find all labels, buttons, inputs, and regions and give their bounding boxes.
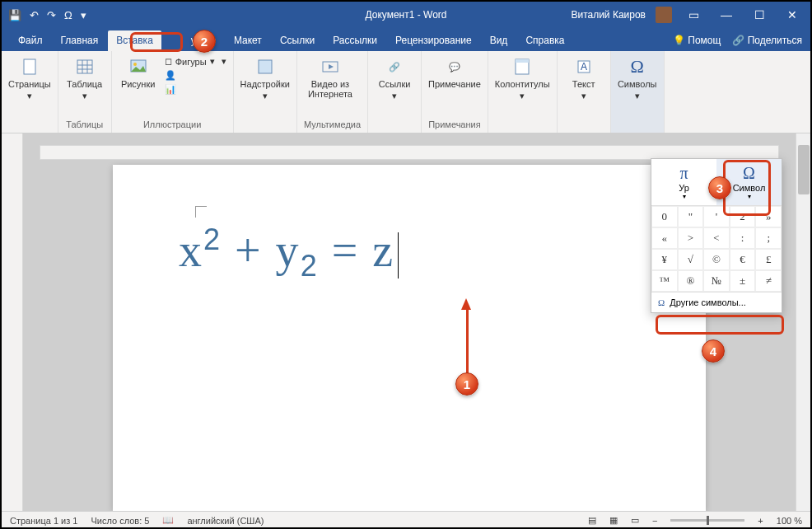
symbol-cell[interactable]: : (730, 227, 756, 249)
tab-view[interactable]: Вид (482, 30, 516, 51)
addin-icon (254, 56, 277, 77)
redo-icon[interactable]: ↷ (47, 9, 56, 21)
tab-layout[interactable]: Макет (226, 30, 270, 51)
close-icon[interactable]: ✕ (781, 8, 804, 21)
symbols-button[interactable]: Ω Символы▾ (618, 54, 657, 101)
symbol-cell[interactable]: © (703, 249, 730, 270)
symbol-cell[interactable]: 2 (730, 206, 756, 227)
symbol-cell[interactable]: № (703, 270, 730, 292)
symbol-cell[interactable]: ≠ (755, 270, 782, 292)
svg-rect-8 (259, 60, 272, 73)
tell-me[interactable]: 💡 Помощ (673, 35, 721, 46)
omega-icon: Ω (626, 56, 649, 77)
textbox-icon: A (572, 56, 595, 77)
symbol-cell[interactable]: ; (755, 227, 782, 249)
svg-text:A: A (581, 61, 587, 73)
minimize-icon[interactable]: — (715, 8, 738, 21)
symbol-cell[interactable]: ' (703, 206, 730, 227)
symbol-grid: 0'''2»«><:;¥√©€£™®№±≠ (651, 206, 782, 292)
table-button[interactable]: Таблица▾ (65, 54, 105, 101)
svg-point-7 (133, 63, 137, 66)
link-icon: 🔗 (383, 56, 406, 77)
addins-button[interactable]: Надстройки▾ (240, 54, 290, 101)
zoom-slider[interactable] (670, 519, 744, 522)
ribbon: Страницы▾ Страницы Таблица▾ Таблицы Рису… (2, 51, 810, 133)
vertical-scrollbar[interactable] (796, 133, 810, 511)
symbol-cell[interactable]: « (651, 227, 678, 249)
svg-rect-0 (24, 59, 35, 74)
symbol-cell[interactable]: ± (730, 270, 756, 292)
pages-button[interactable]: Страницы▾ (8, 54, 51, 101)
headers-button[interactable]: Колонтитулы▾ (495, 54, 550, 101)
tab-links[interactable]: Ссылки (272, 30, 323, 51)
tab-home[interactable]: Главная (53, 30, 107, 51)
tab-file[interactable]: Файл (10, 30, 51, 51)
tab-insert[interactable]: Вставка (108, 30, 161, 51)
tab-help[interactable]: Справка (517, 30, 572, 51)
group-media-label: Мультимедиа (304, 118, 361, 131)
margin-marker (195, 206, 207, 218)
document-page[interactable]: x2 + y2 = z (113, 165, 706, 511)
omega-icon[interactable]: Ω (64, 9, 72, 21)
avatar[interactable] (656, 7, 672, 23)
text-cursor (398, 232, 399, 279)
ribbon-options-icon[interactable]: ▭ (682, 8, 705, 21)
scroll-thumb[interactable] (798, 145, 810, 194)
annotation-arrow (466, 308, 469, 374)
equation-text[interactable]: x2 + y2 = z (179, 222, 640, 283)
symbol-cell[interactable]: € (730, 249, 756, 270)
user-name[interactable]: Виталий Каиров (571, 9, 646, 21)
symbol-cell[interactable]: £ (755, 249, 782, 270)
video-button[interactable]: Видео из Интернета (304, 54, 357, 99)
vertical-ruler[interactable] (2, 133, 23, 511)
tab-mail[interactable]: Рассылки (324, 30, 385, 51)
web-layout-icon[interactable]: ▭ (631, 515, 639, 526)
more-symbols-button[interactable]: Ω Другие символы... (651, 292, 782, 312)
print-layout-icon[interactable]: ▦ (609, 515, 618, 526)
symbol-cell[interactable]: ® (678, 270, 704, 292)
share-button[interactable]: 🔗 Поделиться (732, 35, 802, 46)
symbol-cell[interactable]: > (678, 227, 704, 249)
symbol-cell[interactable]: 0 (651, 206, 678, 227)
icons-button[interactable]: 👤 (165, 70, 215, 81)
zoom-out-button[interactable]: − (652, 516, 657, 526)
undo-icon[interactable]: ↶ (30, 9, 39, 21)
symbol-cell[interactable]: < (703, 227, 730, 249)
page-indicator[interactable]: Страница 1 из 1 (10, 516, 77, 526)
symbol-cell[interactable]: √ (678, 249, 704, 270)
equation-tab[interactable]: π Ур▾ (651, 159, 716, 205)
comment-button[interactable]: 💬 Примечание (428, 54, 481, 89)
annotation-badge: 2 (193, 30, 216, 53)
word-count[interactable]: Число слов: 5 (91, 516, 149, 526)
symbol-cell[interactable]: ¥ (651, 249, 678, 270)
links-button[interactable]: 🔗 Ссылки▾ (375, 54, 414, 101)
models-button[interactable]: ▾ (222, 56, 226, 67)
group-notes-label: Примечания (428, 118, 481, 131)
symbol-cell[interactable]: ™ (651, 270, 678, 292)
shapes-icon: ◻ (165, 56, 172, 67)
proofing-icon[interactable]: 📖 (162, 515, 174, 526)
pictures-button[interactable]: Рисунки (119, 54, 158, 89)
maximize-icon[interactable]: ☐ (748, 8, 771, 21)
tab-review[interactable]: Рецензирование (387, 30, 480, 51)
group-illus-label: Иллюстрации (119, 118, 226, 131)
chart-button[interactable]: 📊 (165, 84, 215, 95)
read-mode-icon[interactable]: ▤ (588, 515, 596, 526)
video-icon (319, 56, 342, 77)
language-indicator[interactable]: английский (США) (187, 516, 264, 526)
picture-icon (127, 56, 150, 77)
symbol-cell[interactable]: '' (678, 206, 704, 227)
screenshot-icon: ▾ (222, 56, 226, 67)
text-button[interactable]: A Текст▾ (564, 54, 604, 101)
symbol-cell[interactable]: » (755, 206, 782, 227)
chart-icon: 📊 (165, 84, 176, 95)
zoom-in-button[interactable]: + (758, 516, 763, 526)
qat-drop-icon[interactable]: ▾ (81, 9, 86, 21)
save-icon[interactable]: 💾 (8, 9, 21, 21)
annotation-badge: 1 (455, 372, 478, 396)
shapes-button[interactable]: ◻Фигуры ▾ (165, 56, 215, 67)
annotation-badge: 4 (702, 339, 725, 363)
svg-rect-11 (516, 59, 529, 63)
arrow-head-icon (461, 298, 471, 310)
zoom-level[interactable]: 100 % (777, 516, 802, 526)
